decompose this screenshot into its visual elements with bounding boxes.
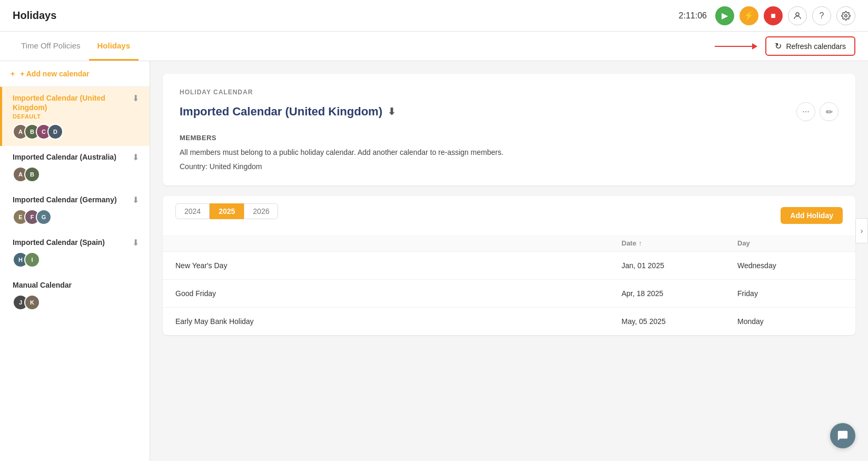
holiday-day-2: Friday xyxy=(737,289,843,298)
avatar-group-manual: J K xyxy=(13,295,139,310)
sidebar: + + Add new calendar Imported Calendar (… xyxy=(0,61,150,461)
avatar-group-germany: E F G xyxy=(13,209,139,225)
person-icon-btn[interactable] xyxy=(788,6,807,25)
holiday-name-3: Early May Bank Holiday xyxy=(175,317,622,326)
download-icon-australia[interactable]: ⬇ xyxy=(132,152,139,162)
calendar-download-title-icon[interactable]: ⬇ xyxy=(388,106,396,117)
holiday-day-3: Monday xyxy=(737,317,843,326)
avatar-group-australia: A B xyxy=(13,166,139,182)
year-2024-btn[interactable]: 2024 xyxy=(175,203,210,219)
members-desc: All members must belong to a public holi… xyxy=(180,147,839,158)
avatar: D xyxy=(47,124,63,140)
members-label: MEMBERS xyxy=(180,134,839,142)
content-area: HOLIDAY CALENDAR Imported Calendar (Unit… xyxy=(150,61,868,461)
arrow-line xyxy=(715,46,757,47)
sidebar-item-manual[interactable]: Manual Calendar J K xyxy=(0,274,150,316)
holiday-date-2: Apr, 18 2025 xyxy=(622,289,737,298)
avatar-group-spain: H I xyxy=(13,252,139,268)
download-icon-spain[interactable]: ⬇ xyxy=(132,238,139,248)
year-row: 2024 2025 2026 Add Holiday xyxy=(163,196,855,235)
add-new-calendar-button[interactable]: + + Add new calendar xyxy=(0,61,100,86)
download-icon-germany[interactable]: ⬇ xyxy=(132,195,139,205)
holiday-date-3: May, 05 2025 xyxy=(622,317,737,326)
edit-button[interactable]: ✏ xyxy=(820,102,839,121)
time-display: 2:11:06 xyxy=(679,11,707,21)
table-row: Good Friday Apr, 18 2025 Friday xyxy=(163,280,855,308)
year-selector: 2024 2025 2026 xyxy=(175,203,278,219)
download-icon-uk[interactable]: ⬇ xyxy=(132,93,139,103)
calendar-name-spain: Imported Calendar (Spain) xyxy=(13,238,105,247)
more-options-button[interactable]: ··· xyxy=(796,102,815,121)
sidebar-item-uk[interactable]: Imported Calendar (United Kingdom) ⬇ DEF… xyxy=(0,87,150,146)
app-title: Holidays xyxy=(13,9,56,22)
sub-nav: Time Off Policies Holidays ↻ Refresh cal… xyxy=(0,32,868,61)
top-bar-right: 2:11:06 ▶ ⚡ ■ ? xyxy=(679,6,855,25)
year-2025-btn[interactable]: 2025 xyxy=(210,203,244,219)
top-bar: Holidays 2:11:06 ▶ ⚡ ■ ? xyxy=(0,0,868,32)
calendar-name-uk: Imported Calendar (United Kingdom) xyxy=(13,93,129,112)
main-layout: + + Add new calendar Imported Calendar (… xyxy=(0,61,868,461)
tab-holidays[interactable]: Holidays xyxy=(89,32,139,61)
sidebar-item-australia[interactable]: Imported Calendar (Australia) ⬇ A B xyxy=(0,146,150,189)
avatar-group-uk: A B C D xyxy=(13,124,139,140)
svg-point-0 xyxy=(796,13,799,16)
settings-icon-btn[interactable] xyxy=(836,6,855,25)
svg-point-1 xyxy=(845,14,847,17)
refresh-icon: ↻ xyxy=(775,41,782,51)
col-header-day: Day xyxy=(737,239,843,247)
sub-nav-right: ↻ Refresh calendars xyxy=(715,36,855,56)
avatar: G xyxy=(36,209,52,225)
avatar: I xyxy=(24,252,40,268)
tab-time-off-policies[interactable]: Time Off Policies xyxy=(13,32,89,61)
table-row: New Year's Day Jan, 01 2025 Wednesday xyxy=(163,252,855,280)
country-line: Country: United Kingdom xyxy=(180,162,839,171)
calendar-card-label: HOLIDAY CALENDAR xyxy=(180,89,839,96)
add-holiday-button[interactable]: Add Holiday xyxy=(781,207,843,224)
holiday-name-2: Good Friday xyxy=(175,289,622,298)
table-col-headers: Date ↑ Day xyxy=(163,235,855,252)
refresh-calendars-button[interactable]: ↻ Refresh calendars xyxy=(765,36,855,56)
holiday-date-1: Jan, 01 2025 xyxy=(622,261,737,270)
calendar-name-germany: Imported Calendar (Germany) xyxy=(13,195,117,204)
holiday-day-1: Wednesday xyxy=(737,261,843,270)
calendar-name-manual: Manual Calendar xyxy=(13,280,72,290)
table-row: Early May Bank Holiday May, 05 2025 Mond… xyxy=(163,308,855,335)
sub-nav-tabs: Time Off Policies Holidays xyxy=(13,32,139,61)
sort-icon[interactable]: ↑ xyxy=(638,239,642,247)
arrow-annotation xyxy=(715,46,757,47)
question-icon-btn[interactable]: ? xyxy=(812,6,831,25)
holidays-table-container: 2024 2025 2026 Add Holiday Date ↑ Day Ne… xyxy=(163,196,855,335)
avatar: B xyxy=(24,166,40,182)
calendar-card-title-row: Imported Calendar (United Kingdom) ⬇ ···… xyxy=(180,102,839,121)
col-header-date: Date ↑ xyxy=(622,239,737,247)
calendar-name-australia: Imported Calendar (Australia) xyxy=(13,152,116,162)
calendar-detail-card: HOLIDAY CALENDAR Imported Calendar (Unit… xyxy=(163,74,855,185)
scroll-right-button[interactable]: › xyxy=(855,218,868,243)
yellow-icon-btn[interactable]: ⚡ xyxy=(739,6,758,25)
sidebar-item-spain[interactable]: Imported Calendar (Spain) ⬇ H I xyxy=(0,231,150,274)
chat-bubble-button[interactable] xyxy=(830,423,855,448)
sidebar-item-germany[interactable]: Imported Calendar (Germany) ⬇ E F G xyxy=(0,189,150,231)
calendar-badge-uk: DEFAULT xyxy=(13,113,139,120)
year-2026-btn[interactable]: 2026 xyxy=(244,203,278,219)
green-icon-btn[interactable]: ▶ xyxy=(715,6,734,25)
calendar-card-actions: ··· ✏ xyxy=(796,102,839,121)
plus-icon: + xyxy=(11,70,15,78)
members-section: MEMBERS All members must belong to a pub… xyxy=(180,134,839,171)
holiday-name-1: New Year's Day xyxy=(175,261,622,270)
avatar: K xyxy=(24,295,40,310)
calendar-card-title: Imported Calendar (United Kingdom) ⬇ xyxy=(180,105,396,119)
red-icon-btn[interactable]: ■ xyxy=(764,6,783,25)
